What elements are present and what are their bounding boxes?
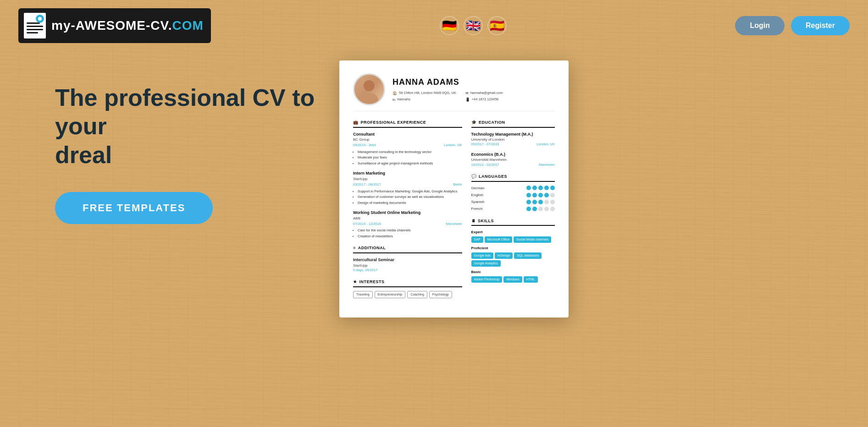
cv-job-1: Consultant BC Group 09/2019 - Jetzt Lond… bbox=[353, 131, 462, 166]
cv-education-title: 🎓 EDUCATION bbox=[471, 120, 555, 128]
star-icon: ★ bbox=[353, 279, 357, 285]
cv-job-3: Working Student Online Marketing ABB 07/… bbox=[353, 210, 462, 239]
cv-job-2-bullets: Support in Performance Marketing: Google… bbox=[353, 189, 462, 206]
cv-languages-section: 💬 LANGUAGES German English bbox=[471, 174, 555, 211]
cv-edu-1: Technology Management (M.A.) University … bbox=[471, 131, 555, 147]
phone-icon: 📱 bbox=[465, 97, 470, 102]
cv-interests-section: ★ INTERESTS Traveling Entrepreneurship C… bbox=[353, 279, 462, 298]
cv-experience-section: 💼 PROFESSIONAL EXPERIENCE Consultant BC … bbox=[353, 120, 462, 239]
cv-experience-title: 💼 PROFESSIONAL EXPERIENCE bbox=[353, 120, 462, 128]
email-icon: ✉ bbox=[465, 91, 469, 96]
cv-skills-basic: Adobe Photoshop Windows HTML bbox=[471, 276, 555, 283]
lang-english[interactable]: 🇬🇧 bbox=[464, 16, 483, 35]
logo[interactable]: my-AWESOME-CV.COM bbox=[18, 8, 211, 43]
cv-job-3-bullets: Care for the social media channels Creat… bbox=[353, 228, 462, 239]
cv-education-section: 🎓 EDUCATION Technology Management (M.A.)… bbox=[471, 120, 555, 167]
cv-skills-expert: SAP Microsoft Office Social Media channe… bbox=[471, 236, 555, 243]
cv-body: 💼 PROFESSIONAL EXPERIENCE Consultant BC … bbox=[353, 120, 555, 305]
logo-text: my-AWESOME-CV.COM bbox=[51, 18, 204, 33]
cv-skills-proficient: Google Ads InDesign SQL databases Google… bbox=[471, 252, 555, 267]
skills-icon: 🖥 bbox=[471, 218, 476, 224]
cv-interest-tags: Traveling Entrepreneurship Coaching Psyc… bbox=[353, 291, 462, 298]
briefcase-icon: 💼 bbox=[353, 120, 359, 126]
menu-icon: ≡ bbox=[353, 245, 356, 251]
cv-contact: 🏠 58 Clifton Hill, London NW8 0QG, UK in… bbox=[393, 91, 503, 102]
hero-section: The professional CV to your dreal FREE T… bbox=[0, 51, 868, 318]
header: my-AWESOME-CV.COM 🇩🇪 🇬🇧 🇪🇸 Login Registe… bbox=[0, 0, 868, 51]
cv-skills-title: 🖥 SKILLS bbox=[471, 218, 555, 226]
cv-edu-2: Economics (B.A.) Universität Mannheim 10… bbox=[471, 152, 555, 167]
cv-photo bbox=[353, 73, 385, 105]
cv-additional-item-1: Intercultural Seminar StartUpp 5 days, 0… bbox=[353, 257, 462, 273]
cv-lang-spanish: Spanish bbox=[471, 199, 555, 204]
cv-lang-french: French bbox=[471, 206, 555, 211]
cv-left-column: 💼 PROFESSIONAL EXPERIENCE Consultant BC … bbox=[353, 120, 462, 305]
cv-name-block: HANNA ADAMS 🏠 58 Clifton Hill, London NW… bbox=[393, 77, 503, 103]
cv-preview: HANNA ADAMS 🏠 58 Clifton Hill, London NW… bbox=[339, 60, 569, 318]
header-buttons: Login Register bbox=[735, 16, 850, 35]
cv-right-column: 🎓 EDUCATION Technology Management (M.A.)… bbox=[471, 120, 555, 305]
free-templates-button[interactable]: FREE TEMPLATES bbox=[55, 192, 213, 224]
language-selector: 🇩🇪 🇬🇧 🇪🇸 bbox=[440, 16, 507, 35]
cv-job-2: Intern Marketing StartUpp 03/2017 - 08/2… bbox=[353, 170, 462, 205]
cv-header: HANNA ADAMS 🏠 58 Clifton Hill, London NW… bbox=[353, 73, 555, 111]
login-button[interactable]: Login bbox=[735, 16, 785, 35]
cv-lang-english: English bbox=[471, 192, 555, 197]
cv-additional-title: ≡ ADDITIONAL bbox=[353, 245, 462, 253]
lang-spanish[interactable]: 🇪🇸 bbox=[487, 16, 507, 35]
register-button[interactable]: Register bbox=[791, 16, 850, 35]
cv-additional-section: ≡ ADDITIONAL Intercultural Seminar Start… bbox=[353, 245, 462, 273]
hero-left: The professional CV to your dreal FREE T… bbox=[55, 65, 321, 224]
lang-german[interactable]: 🇩🇪 bbox=[440, 16, 459, 35]
cv-interests-title: ★ INTERESTS bbox=[353, 279, 462, 287]
cv-skills-section: 🖥 SKILLS Expert SAP Microsoft Office Soc… bbox=[471, 218, 555, 283]
logo-icon bbox=[23, 12, 47, 39]
linkedin-icon: in bbox=[393, 97, 395, 102]
hero-title: The professional CV to your dreal bbox=[55, 83, 321, 169]
speech-icon: 💬 bbox=[471, 174, 477, 180]
cv-languages-title: 💬 LANGUAGES bbox=[471, 174, 555, 182]
cv-lang-german: German bbox=[471, 186, 555, 191]
cv-name: HANNA ADAMS bbox=[393, 77, 503, 88]
graduation-icon: 🎓 bbox=[471, 120, 477, 126]
cv-job-1-bullets: Management consulting in the technology … bbox=[353, 150, 462, 166]
home-icon: 🏠 bbox=[393, 91, 397, 96]
